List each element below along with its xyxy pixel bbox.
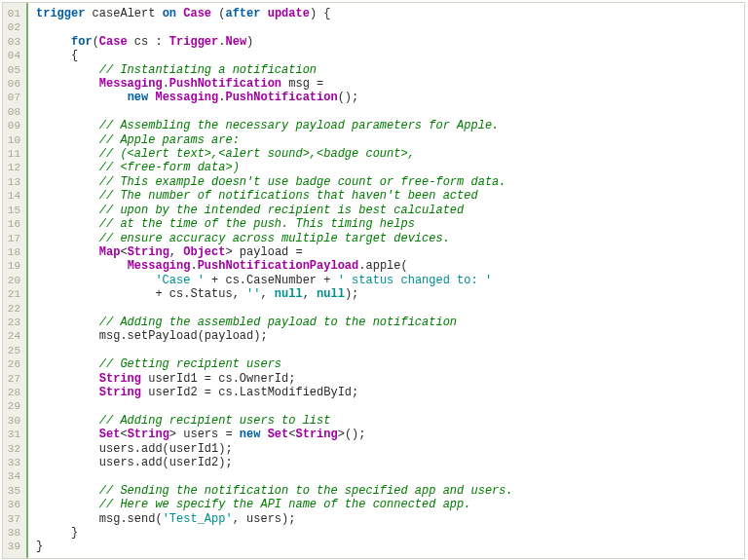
token-plain <box>36 414 99 428</box>
line-number: 09 <box>7 119 20 132</box>
token-plain: ) <box>246 35 253 49</box>
token-plain: + cs.Status, <box>36 287 246 301</box>
line-number: 35 <box>7 484 20 498</box>
token-ty: PushNotificationPayload <box>198 259 359 273</box>
code-line <box>36 344 744 357</box>
code-line <box>36 20 744 34</box>
token-plain: > payload = <box>225 245 302 259</box>
token-cm: // at the time of the push. This timing … <box>99 217 415 231</box>
token-plain: , users); <box>233 512 296 526</box>
token-st: ' status changed to: ' <box>338 274 492 287</box>
code-line: // <free-form data>) <box>36 161 744 174</box>
token-plain: > users = <box>169 428 240 441</box>
code-line: // Getting recipient users <box>36 357 744 371</box>
code-line: // Adding the assembled payload to the n… <box>36 316 744 329</box>
token-cm: // Here we specify the API name of the c… <box>99 498 471 511</box>
line-number: 08 <box>7 105 20 119</box>
token-ty: Case <box>183 7 211 20</box>
line-number: 32 <box>7 442 20 456</box>
token-plain <box>36 20 43 34</box>
token-plain: } <box>36 526 78 540</box>
line-number: 03 <box>7 35 20 49</box>
line-number: 33 <box>7 456 20 469</box>
token-plain <box>36 161 99 174</box>
token-st: '' <box>246 287 260 301</box>
token-plain <box>36 498 99 511</box>
code-line: users.add(userId1); <box>36 442 744 456</box>
token-plain: msg.send( <box>36 512 163 526</box>
token-cm: // Apple params are: <box>99 133 240 147</box>
token-plain <box>36 372 99 386</box>
code-line: } <box>36 526 744 540</box>
token-plain: , <box>260 287 274 301</box>
token-plain: >(); <box>338 428 366 441</box>
token-kw: new <box>128 91 149 104</box>
token-plain <box>36 484 99 498</box>
token-cm: // This example doesn't use badge count … <box>99 175 506 189</box>
line-number: 24 <box>7 329 20 343</box>
token-plain: users.add(userId2); <box>36 456 233 469</box>
token-plain: . <box>190 259 197 273</box>
token-cm: // (<alert text>,<alert sound>,<badge co… <box>99 147 415 161</box>
token-plain: < <box>120 245 127 259</box>
token-ty: PushNotification <box>169 77 281 91</box>
token-ty: Messaging <box>128 259 191 273</box>
code-line: // ensure accuracy across multiple targe… <box>36 232 744 245</box>
line-number: 10 <box>7 133 20 147</box>
code-line <box>36 105 744 119</box>
token-ty: String <box>99 372 141 386</box>
code-line: // The number of notifications that have… <box>36 189 744 203</box>
token-plain <box>36 217 99 231</box>
token-ty: Trigger <box>169 35 218 49</box>
code-line: for(Case cs : Trigger.New) <box>36 35 744 49</box>
token-plain: .apple( <box>358 259 407 273</box>
token-plain: cs : <box>128 35 169 49</box>
token-plain: ); <box>345 287 358 301</box>
token-plain <box>36 133 99 147</box>
code-line: // Adding recipient users to list <box>36 414 744 428</box>
token-pn: null <box>275 287 303 301</box>
token-plain: . <box>163 77 169 91</box>
token-plain <box>260 428 267 441</box>
token-plain <box>36 232 99 245</box>
line-number: 07 <box>7 91 20 104</box>
code-line: // Assembling the necessary payload para… <box>36 119 744 132</box>
code-line: + cs.Status, '', null, null); <box>36 287 744 301</box>
token-plain <box>36 77 99 91</box>
token-ty: Map <box>99 245 121 259</box>
line-number: 38 <box>7 526 20 540</box>
code-line: { <box>36 49 744 62</box>
token-plain: caseAlert <box>85 7 162 20</box>
token-plain <box>36 175 99 189</box>
line-number: 23 <box>7 316 20 329</box>
token-plain: userId1 = cs.OwnerId; <box>141 372 295 386</box>
token-cm: // The number of notifications that have… <box>99 189 478 203</box>
token-plain: (); <box>338 91 359 104</box>
code-line: new Messaging.PushNotification(); <box>36 91 744 104</box>
code-line: // Instantiating a notification <box>36 63 744 77</box>
token-plain <box>36 469 43 483</box>
token-plain: } <box>36 540 43 553</box>
line-number: 34 <box>7 469 20 483</box>
token-ty: String <box>295 428 337 441</box>
line-number: 04 <box>7 49 20 62</box>
token-pn: null <box>317 287 345 301</box>
token-up: update <box>268 7 310 20</box>
code-line <box>36 302 744 316</box>
line-number: 18 <box>7 245 20 259</box>
token-plain <box>36 259 128 273</box>
token-plain: < <box>120 428 127 441</box>
line-number: 11 <box>7 147 20 161</box>
token-ty: Messaging <box>155 91 218 104</box>
line-number: 20 <box>7 274 20 287</box>
code-line: String userId1 = cs.OwnerId; <box>36 372 744 386</box>
token-plain <box>36 344 43 357</box>
code-area: trigger caseAlert on Case (after update)… <box>28 3 744 558</box>
token-cm: // Getting recipient users <box>99 357 281 371</box>
code-line <box>36 399 744 413</box>
code-block: 0102030405060708091011121314151617181920… <box>2 2 745 559</box>
line-number: 14 <box>7 189 20 203</box>
code-line: users.add(userId2); <box>36 456 744 469</box>
token-ty: String <box>99 386 141 399</box>
line-number: 37 <box>7 512 20 526</box>
